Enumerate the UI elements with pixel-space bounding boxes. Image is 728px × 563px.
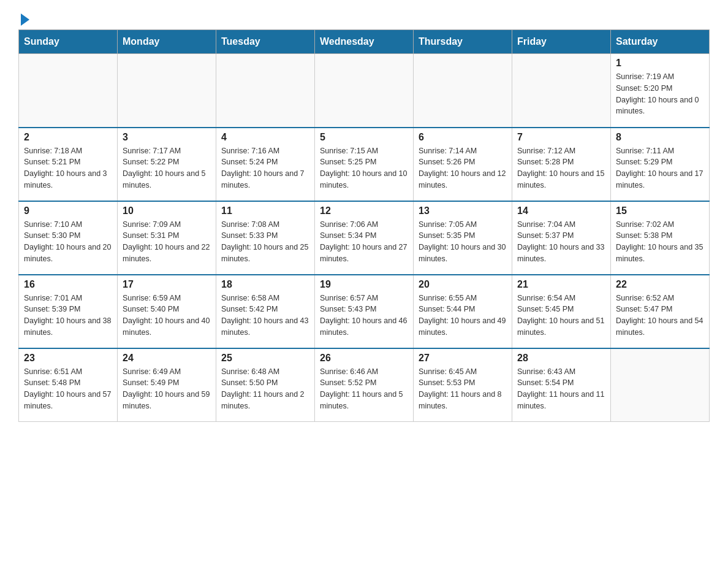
calendar-cell: 2Sunrise: 7:18 AMSunset: 5:21 PMDaylight… — [19, 128, 118, 201]
day-info: Sunrise: 7:14 AMSunset: 5:26 PMDaylight:… — [419, 145, 507, 191]
day-number: 6 — [419, 132, 507, 143]
calendar-cell: 3Sunrise: 7:17 AMSunset: 5:22 PMDaylight… — [118, 128, 216, 201]
calendar-week-row: 23Sunrise: 6:51 AMSunset: 5:48 PMDayligh… — [19, 348, 710, 422]
day-number: 15 — [616, 205, 704, 216]
calendar-header-wednesday: Wednesday — [315, 30, 414, 54]
calendar-header-saturday: Saturday — [611, 30, 710, 54]
calendar-cell: 23Sunrise: 6:51 AMSunset: 5:48 PMDayligh… — [19, 348, 118, 422]
day-info: Sunrise: 6:52 AMSunset: 5:47 PMDaylight:… — [616, 293, 704, 339]
calendar-cell — [414, 54, 512, 128]
day-info: Sunrise: 7:19 AMSunset: 5:20 PMDaylight:… — [616, 71, 704, 117]
calendar-cell: 9Sunrise: 7:10 AMSunset: 5:30 PMDaylight… — [19, 201, 118, 275]
day-number: 24 — [123, 353, 211, 364]
day-info: Sunrise: 6:54 AMSunset: 5:45 PMDaylight:… — [517, 293, 605, 339]
day-number: 21 — [517, 279, 605, 290]
calendar-cell: 19Sunrise: 6:57 AMSunset: 5:43 PMDayligh… — [315, 275, 414, 348]
day-number: 12 — [320, 205, 408, 216]
calendar-header-sunday: Sunday — [19, 30, 118, 54]
calendar-cell: 1Sunrise: 7:19 AMSunset: 5:20 PMDaylight… — [611, 54, 710, 128]
day-info: Sunrise: 6:48 AMSunset: 5:50 PMDaylight:… — [221, 366, 309, 412]
day-info: Sunrise: 6:58 AMSunset: 5:42 PMDaylight:… — [221, 293, 309, 339]
day-info: Sunrise: 7:08 AMSunset: 5:33 PMDaylight:… — [221, 219, 309, 265]
day-number: 3 — [123, 132, 211, 143]
calendar-header-thursday: Thursday — [414, 30, 512, 54]
calendar-cell: 25Sunrise: 6:48 AMSunset: 5:50 PMDayligh… — [216, 348, 315, 422]
calendar-cell: 21Sunrise: 6:54 AMSunset: 5:45 PMDayligh… — [512, 275, 611, 348]
calendar-cell: 16Sunrise: 7:01 AMSunset: 5:39 PMDayligh… — [19, 275, 118, 348]
day-info: Sunrise: 7:18 AMSunset: 5:21 PMDaylight:… — [24, 145, 112, 191]
calendar-week-row: 2Sunrise: 7:18 AMSunset: 5:21 PMDaylight… — [19, 128, 710, 201]
day-number: 16 — [24, 279, 112, 290]
day-number: 20 — [419, 279, 507, 290]
calendar-cell: 17Sunrise: 6:59 AMSunset: 5:40 PMDayligh… — [118, 275, 216, 348]
day-info: Sunrise: 6:59 AMSunset: 5:40 PMDaylight:… — [123, 293, 211, 339]
logo-arrow-icon — [21, 13, 29, 26]
logo — [18, 12, 29, 23]
calendar-cell: 20Sunrise: 6:55 AMSunset: 5:44 PMDayligh… — [414, 275, 512, 348]
day-number: 4 — [221, 132, 309, 143]
day-number: 7 — [517, 132, 605, 143]
calendar-cell: 24Sunrise: 6:49 AMSunset: 5:49 PMDayligh… — [118, 348, 216, 422]
day-number: 14 — [517, 205, 605, 216]
calendar-header-row: SundayMondayTuesdayWednesdayThursdayFrid… — [19, 30, 710, 54]
day-number: 28 — [517, 353, 605, 364]
day-number: 2 — [24, 132, 112, 143]
calendar-week-row: 9Sunrise: 7:10 AMSunset: 5:30 PMDaylight… — [19, 201, 710, 275]
day-info: Sunrise: 6:51 AMSunset: 5:48 PMDaylight:… — [24, 366, 112, 412]
day-info: Sunrise: 6:57 AMSunset: 5:43 PMDaylight:… — [320, 293, 408, 339]
calendar-header-friday: Friday — [512, 30, 611, 54]
day-info: Sunrise: 6:49 AMSunset: 5:49 PMDaylight:… — [123, 366, 211, 412]
calendar-cell: 12Sunrise: 7:06 AMSunset: 5:34 PMDayligh… — [315, 201, 414, 275]
day-number: 22 — [616, 279, 704, 290]
day-number: 11 — [221, 205, 309, 216]
day-number: 8 — [616, 132, 704, 143]
day-number: 19 — [320, 279, 408, 290]
day-info: Sunrise: 6:43 AMSunset: 5:54 PMDaylight:… — [517, 366, 605, 412]
calendar-cell — [315, 54, 414, 128]
calendar-cell: 28Sunrise: 6:43 AMSunset: 5:54 PMDayligh… — [512, 348, 611, 422]
day-info: Sunrise: 7:04 AMSunset: 5:37 PMDaylight:… — [517, 219, 605, 265]
day-info: Sunrise: 7:17 AMSunset: 5:22 PMDaylight:… — [123, 145, 211, 191]
day-number: 1 — [616, 58, 704, 69]
calendar-cell: 13Sunrise: 7:05 AMSunset: 5:35 PMDayligh… — [414, 201, 512, 275]
calendar-cell — [19, 54, 118, 128]
calendar-cell: 26Sunrise: 6:46 AMSunset: 5:52 PMDayligh… — [315, 348, 414, 422]
day-number: 26 — [320, 353, 408, 364]
day-info: Sunrise: 6:55 AMSunset: 5:44 PMDaylight:… — [419, 293, 507, 339]
day-info: Sunrise: 7:16 AMSunset: 5:24 PMDaylight:… — [221, 145, 309, 191]
day-info: Sunrise: 7:06 AMSunset: 5:34 PMDaylight:… — [320, 219, 408, 265]
calendar-cell: 6Sunrise: 7:14 AMSunset: 5:26 PMDaylight… — [414, 128, 512, 201]
calendar-week-row: 16Sunrise: 7:01 AMSunset: 5:39 PMDayligh… — [19, 275, 710, 348]
day-info: Sunrise: 6:45 AMSunset: 5:53 PMDaylight:… — [419, 366, 507, 412]
day-info: Sunrise: 7:11 AMSunset: 5:29 PMDaylight:… — [616, 145, 704, 191]
calendar-cell — [216, 54, 315, 128]
day-info: Sunrise: 6:46 AMSunset: 5:52 PMDaylight:… — [320, 366, 408, 412]
calendar-cell: 4Sunrise: 7:16 AMSunset: 5:24 PMDaylight… — [216, 128, 315, 201]
calendar-cell: 14Sunrise: 7:04 AMSunset: 5:37 PMDayligh… — [512, 201, 611, 275]
day-number: 17 — [123, 279, 211, 290]
day-info: Sunrise: 7:01 AMSunset: 5:39 PMDaylight:… — [24, 293, 112, 339]
calendar-cell: 7Sunrise: 7:12 AMSunset: 5:28 PMDaylight… — [512, 128, 611, 201]
day-info: Sunrise: 7:12 AMSunset: 5:28 PMDaylight:… — [517, 145, 605, 191]
calendar-table: SundayMondayTuesdayWednesdayThursdayFrid… — [18, 29, 710, 422]
calendar-cell: 15Sunrise: 7:02 AMSunset: 5:38 PMDayligh… — [611, 201, 710, 275]
day-number: 27 — [419, 353, 507, 364]
calendar-cell — [512, 54, 611, 128]
calendar-cell: 10Sunrise: 7:09 AMSunset: 5:31 PMDayligh… — [118, 201, 216, 275]
calendar-cell: 11Sunrise: 7:08 AMSunset: 5:33 PMDayligh… — [216, 201, 315, 275]
day-number: 13 — [419, 205, 507, 216]
calendar-header-tuesday: Tuesday — [216, 30, 315, 54]
day-number: 18 — [221, 279, 309, 290]
calendar-week-row: 1Sunrise: 7:19 AMSunset: 5:20 PMDaylight… — [19, 54, 710, 128]
day-number: 9 — [24, 205, 112, 216]
day-info: Sunrise: 7:02 AMSunset: 5:38 PMDaylight:… — [616, 219, 704, 265]
day-number: 25 — [221, 353, 309, 364]
day-number: 10 — [123, 205, 211, 216]
day-info: Sunrise: 7:09 AMSunset: 5:31 PMDaylight:… — [123, 219, 211, 265]
calendar-cell: 5Sunrise: 7:15 AMSunset: 5:25 PMDaylight… — [315, 128, 414, 201]
calendar-cell: 22Sunrise: 6:52 AMSunset: 5:47 PMDayligh… — [611, 275, 710, 348]
calendar-cell: 27Sunrise: 6:45 AMSunset: 5:53 PMDayligh… — [414, 348, 512, 422]
day-info: Sunrise: 7:05 AMSunset: 5:35 PMDaylight:… — [419, 219, 507, 265]
calendar-cell — [118, 54, 216, 128]
day-number: 23 — [24, 353, 112, 364]
